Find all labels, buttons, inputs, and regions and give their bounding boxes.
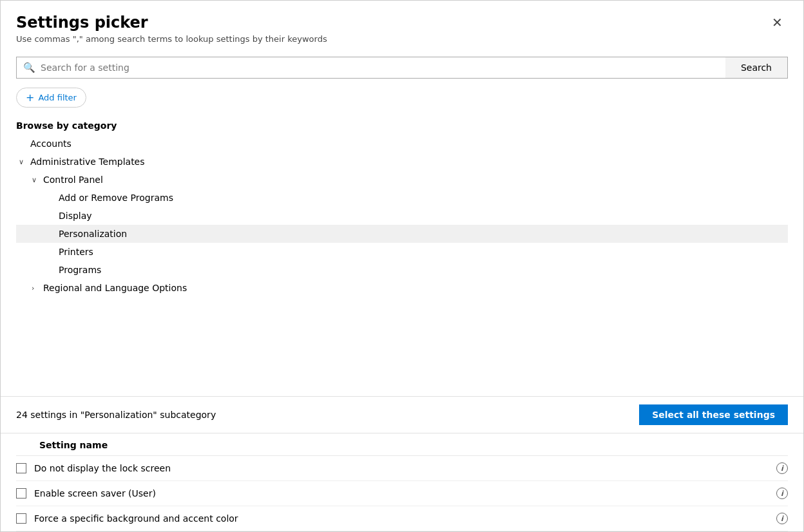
settings-list-header: Setting name — [16, 433, 788, 456]
search-input-wrap: 🔍 — [16, 57, 725, 79]
tree-item[interactable]: Printers — [16, 243, 788, 261]
tree-container[interactable]: Accounts∨Administrative Templates∨Contro… — [16, 135, 788, 396]
dialog-header: Settings picker ✕ Use commas "," among s… — [1, 1, 803, 50]
info-icon[interactable]: i — [776, 462, 788, 474]
setting-name: Enable screen saver (User) — [34, 488, 769, 499]
tree-item[interactable]: Personalization — [16, 225, 788, 243]
setting-row: Force a specific background and accent c… — [16, 506, 788, 531]
tree-item[interactable]: Accounts — [16, 135, 788, 153]
bottom-section: 24 settings in "Personalization" subcate… — [1, 396, 803, 531]
search-row: 🔍 Search — [1, 50, 803, 85]
setting-checkbox[interactable] — [16, 463, 26, 473]
setting-row: Enable screen saver (User)i — [16, 481, 788, 506]
select-all-button[interactable]: Select all these settings — [639, 404, 788, 425]
tree-item[interactable]: ∨Control Panel — [16, 171, 788, 189]
settings-list: Setting name Do not display the lock scr… — [1, 433, 803, 531]
chevron-icon: ∨ — [19, 158, 28, 166]
filter-row: + Add filter — [1, 85, 803, 115]
setting-checkbox[interactable] — [16, 488, 26, 499]
title-row: Settings picker ✕ — [16, 14, 788, 32]
bottom-header: 24 settings in "Personalization" subcate… — [1, 397, 803, 433]
tree-item-label: Administrative Templates — [30, 157, 145, 167]
tree-item[interactable]: Add or Remove Programs — [16, 189, 788, 207]
setting-checkbox[interactable] — [16, 513, 26, 524]
tree-item[interactable]: Programs — [16, 261, 788, 279]
tree-item[interactable]: ∨Administrative Templates — [16, 153, 788, 171]
tree-item-label: Add or Remove Programs — [59, 193, 173, 203]
info-icon[interactable]: i — [776, 513, 788, 524]
chevron-icon: ∨ — [32, 176, 41, 184]
plus-icon: + — [26, 91, 34, 104]
setting-name: Force a specific background and accent c… — [34, 513, 769, 524]
tree-item-label: Programs — [59, 265, 101, 275]
dialog-title: Settings picker — [16, 14, 148, 32]
add-filter-label: Add filter — [38, 93, 77, 102]
dialog-subtitle: Use commas "," among search terms to loo… — [16, 34, 788, 44]
setting-row: Do not display the lock screeni — [16, 456, 788, 481]
close-button[interactable]: ✕ — [767, 14, 788, 32]
tree-item-label: Personalization — [59, 229, 127, 239]
tree-item[interactable]: ›Regional and Language Options — [16, 279, 788, 297]
browse-section: Browse by category Accounts∨Administrati… — [1, 115, 803, 396]
tree-item-label: Control Panel — [43, 175, 103, 185]
tree-item-label: Printers — [59, 247, 93, 257]
browse-title: Browse by category — [16, 115, 788, 135]
tree-item-label: Display — [59, 211, 92, 221]
settings-picker-dialog: Settings picker ✕ Use commas "," among s… — [0, 0, 804, 532]
setting-name: Do not display the lock screen — [34, 463, 769, 473]
info-icon[interactable]: i — [776, 488, 788, 499]
tree-item-label: Accounts — [30, 138, 72, 149]
chevron-icon: › — [32, 284, 41, 292]
search-input[interactable] — [41, 62, 719, 73]
tree-item[interactable]: Display — [16, 207, 788, 225]
search-button[interactable]: Search — [725, 57, 788, 79]
search-icon: 🔍 — [23, 62, 35, 73]
add-filter-button[interactable]: + Add filter — [16, 88, 86, 108]
subcategory-count: 24 settings in "Personalization" subcate… — [16, 410, 216, 420]
tree-item-label: Regional and Language Options — [43, 283, 187, 293]
